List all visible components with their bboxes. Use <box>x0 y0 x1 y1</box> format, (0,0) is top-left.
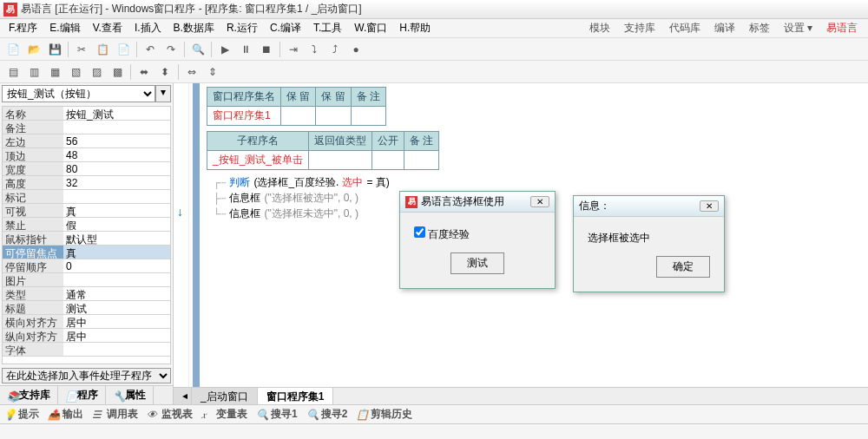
prop-row[interactable]: 停留顺序0 <box>3 259 170 273</box>
prop-value[interactable] <box>63 343 170 356</box>
stepout-icon[interactable]: ⤴ <box>326 41 345 58</box>
object-selector[interactable]: 按钮_测试（按钮） <box>2 85 155 102</box>
align-center-icon[interactable]: ▥ <box>24 63 43 81</box>
tab-properties[interactable]: 🔧属性 <box>106 386 154 404</box>
prop-value[interactable]: 居中 <box>63 315 170 328</box>
menu-view[interactable]: V.查看 <box>88 19 128 37</box>
menu-database[interactable]: B.数据库 <box>168 19 220 37</box>
tab-startup-window[interactable]: _启动窗口 <box>192 388 258 404</box>
prop-value[interactable]: 通常 <box>63 287 170 300</box>
tab-assembly1[interactable]: 窗口程序集1 <box>258 388 334 404</box>
menu-compile2[interactable]: 编译 <box>711 19 739 37</box>
align-right-icon[interactable]: ▦ <box>45 63 64 81</box>
prop-row[interactable]: 名称按钮_测试 <box>3 107 170 121</box>
open-icon[interactable]: 📂 <box>24 41 43 58</box>
prop-row[interactable]: 横向对齐方式居中 <box>3 315 170 329</box>
align-middle-icon[interactable]: ▨ <box>87 63 106 81</box>
step-icon[interactable]: ⇥ <box>284 41 303 58</box>
prop-value[interactable]: 默认型 <box>63 232 170 245</box>
run-icon[interactable]: ▶ <box>215 41 234 58</box>
tab-watch[interactable]: 👁监视表 <box>147 407 193 422</box>
menu-edit[interactable]: E.编辑 <box>44 19 85 37</box>
prop-value[interactable] <box>63 273 170 286</box>
prop-row[interactable]: 禁止假 <box>3 218 170 232</box>
assembly-name[interactable]: 窗口程序集1 <box>207 107 281 126</box>
prop-value[interactable]: 32 <box>63 176 170 189</box>
new-icon[interactable]: 📄 <box>3 41 23 58</box>
prop-row[interactable]: 宽度80 <box>3 162 170 176</box>
menu-help[interactable]: H.帮助 <box>394 19 436 37</box>
prop-value[interactable]: 假 <box>63 218 170 231</box>
menu-compile[interactable]: C.编译 <box>265 19 306 37</box>
menu-insert[interactable]: I.插入 <box>129 19 167 37</box>
code-line-1[interactable]: ┌┄判断(选择框_百度经验.选中 = 真) <box>214 175 861 190</box>
prop-value[interactable]: 按钮_测试 <box>63 107 170 120</box>
test-button[interactable]: 测试 <box>450 252 504 274</box>
vspace-icon[interactable]: ⇕ <box>203 63 222 81</box>
undo-icon[interactable]: ↶ <box>141 41 160 58</box>
prop-value[interactable]: 0 <box>63 259 170 272</box>
redo-icon[interactable]: ↷ <box>161 41 181 58</box>
ok-button[interactable]: 确定 <box>656 256 710 278</box>
align-bottom-icon[interactable]: ▩ <box>108 63 127 81</box>
tab-scroll-left[interactable]: ◂ <box>174 388 192 404</box>
cut-icon[interactable]: ✂ <box>72 41 91 58</box>
prop-value[interactable]: 56 <box>63 134 170 147</box>
tab-search2[interactable]: 🔍搜寻2 <box>306 407 348 422</box>
tab-callstack[interactable]: ☰调用表 <box>92 407 138 422</box>
save-icon[interactable]: 💾 <box>45 41 64 58</box>
prop-row[interactable]: 左边56 <box>3 134 170 148</box>
find-icon[interactable]: 🔍 <box>188 41 207 58</box>
menu-window[interactable]: W.窗口 <box>349 19 392 37</box>
prop-value[interactable]: 真 <box>63 204 170 217</box>
tab-tips[interactable]: 💡提示 <box>3 407 39 422</box>
prop-row[interactable]: 可视真 <box>3 204 170 218</box>
elanguage-link[interactable]: 易语言 <box>823 19 861 37</box>
menu-tags[interactable]: 标签 <box>746 19 773 37</box>
close-icon[interactable]: ✕ <box>700 200 719 212</box>
prop-value[interactable] <box>63 190 170 203</box>
prop-row[interactable]: 标记 <box>3 190 170 204</box>
menu-codelib[interactable]: 代码库 <box>666 19 704 37</box>
menu-tools[interactable]: T.工具 <box>308 19 347 37</box>
checkbox-baidu[interactable]: 百度经验 <box>414 228 470 240</box>
align-left-icon[interactable]: ▤ <box>3 63 23 81</box>
breakpoint-icon[interactable]: ● <box>346 41 365 58</box>
menu-settings[interactable]: 设置 ▾ <box>780 19 816 37</box>
prop-row[interactable]: 鼠标指针默认型 <box>3 232 170 246</box>
paste-icon[interactable]: 📄 <box>114 41 133 58</box>
prop-value[interactable]: 80 <box>63 162 170 175</box>
prop-value[interactable]: 测试 <box>63 301 170 314</box>
prop-value[interactable]: 48 <box>63 148 170 161</box>
prop-row[interactable]: 类型通常 <box>3 287 170 301</box>
object-selector-btn[interactable]: ▾ <box>155 85 171 102</box>
tab-clipboard[interactable]: 📋剪辑历史 <box>356 407 412 422</box>
checkbox-input[interactable] <box>414 226 425 238</box>
menu-module[interactable]: 模块 <box>586 19 614 37</box>
pause-icon[interactable]: ⏸ <box>236 41 255 58</box>
tab-supportlib[interactable]: 📚支持库 <box>0 386 58 404</box>
prop-value[interactable] <box>63 121 170 134</box>
prop-row[interactable]: 可停留焦点真 <box>3 246 170 259</box>
property-grid[interactable]: 名称按钮_测试备注左边56顶边48宽度80高度32标记可视真禁止假鼠标指针默认型… <box>2 106 171 364</box>
close-icon[interactable]: ✕ <box>530 196 549 207</box>
prop-value[interactable]: 居中 <box>63 329 170 342</box>
prop-row[interactable]: 顶边48 <box>3 148 170 162</box>
same-width-icon[interactable]: ⬌ <box>135 63 154 81</box>
prop-row[interactable]: 字体 <box>3 343 170 357</box>
stepover-icon[interactable]: ⤵ <box>305 41 324 58</box>
align-top-icon[interactable]: ▧ <box>66 63 85 81</box>
subroutine-name[interactable]: _按钮_测试_被单击 <box>207 151 309 170</box>
prop-row[interactable]: 纵向对齐方式居中 <box>3 329 170 343</box>
tab-program[interactable]: 📄程序 <box>58 386 106 404</box>
prop-row[interactable]: 备注 <box>3 121 170 134</box>
hspace-icon[interactable]: ⇔ <box>182 63 201 81</box>
menu-program[interactable]: F.程序 <box>3 19 43 37</box>
copy-icon[interactable]: 📋 <box>93 41 112 58</box>
prop-row[interactable]: 高度32 <box>3 176 170 190</box>
tab-search1[interactable]: 🔍搜寻1 <box>256 407 298 422</box>
prop-row[interactable]: 图片 <box>3 273 170 287</box>
event-selector[interactable]: 在此处选择加入事件处理子程序 <box>2 368 171 383</box>
prop-value[interactable]: 真 <box>63 246 170 259</box>
tab-variables[interactable]: 𝑥变量表 <box>201 407 247 422</box>
